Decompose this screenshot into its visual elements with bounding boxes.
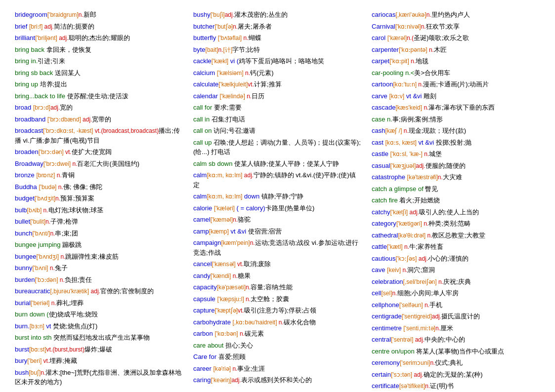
column-1: bridegroom['braidgrum]n.新郎brief [briːf] … [10,10,188,392]
list-item: carve [kɑːv] vt &vi 雕刻 [372,91,540,101]
list-item: Buddha ['budə] n.佛; 佛像; 佛陀 [15,182,183,192]
list-item: cast [kɑːs, kæst] vt &vi 投掷;投射;抛 [372,138,540,148]
list-item: calculate['kælkjuleit]vt.计算;推算 [193,79,362,89]
list-item: cell[sel]n.细胞;小房间;单人牢房 [372,288,540,298]
list-item: call for 要求;需要 [193,103,362,113]
list-item: candy['kændi] n.糖果 [193,271,362,281]
list-item: burst[bɑːst]vt.(burst,burst)爆炸;爆破 [15,345,183,354]
list-item: campaign[kæm'pein]n.运动;竞选活动;战役 vi.参加运动;进… [193,238,362,257]
main-content: bridegroom['braidgrum]n.新郎brief [briːf] … [10,10,545,392]
list-item: certain['sɔːtən] adj.确定的;无疑的;某(种) [372,370,540,380]
list-item: brief [briːf] adj.简洁的;扼要的 [15,22,183,32]
list-item: broaden['brɔːdən] vt.使扩大;使宽阔 [15,147,183,157]
list-item: calcium ['kælsiəm] n.钙(元素) [193,68,362,78]
list-item: bring in.引进;引来 [15,56,183,66]
column-2: bushy['buʃi]adj.灌木茂密的;丛生的butcher['butʃə]… [188,10,367,392]
list-item: casual['kæʒjuəl]adj.便服的;随便的 [372,161,540,171]
list-item: burn down (使)烧成平地;烧毁 [15,310,183,319]
column-3: cariocas[,kæri'əukə]n.里约热内卢人Carnival['kɑ… [367,10,545,392]
list-item: bungee jumping 蹦极跳 [15,240,183,250]
list-item: bridegroom['braidgrum]n.新郎 [15,10,183,20]
list-item: catch fire 着火;开始燃烧 [372,196,540,205]
list-item: ceremony['serimɔuni]n.仪式;典礼 [372,358,540,368]
list-item: calendar ['kælində] n.日历 [193,91,362,101]
list-item: camel['kæməl]n.骆驼 [193,215,362,225]
list-item: care about 担心;关心 [193,341,362,351]
list-item: castle ['kɑːsl, 'kæ-] n.城堡 [372,149,540,159]
list-item: caring['keəriŋ]adj.表示或感到关怀和关心的 [193,375,362,385]
list-item: cariocas[,kæri'əukə]n.里约热内卢人 [372,10,540,20]
list-item: Broadway['brɔːdwei] n.百老汇大街(美国纽约) [15,159,183,169]
list-item: capacity[kə'pæsəti]n.容量;容纳;性能 [193,282,362,292]
list-item: burst into sth 突然而猛烈地发出或产生出某事物 [15,333,183,343]
list-item: certificate[sə'tifikeit]n.证(明)书 [372,381,540,391]
list-item: bury['beri] vt.埋葬;掩藏 [15,356,183,366]
list-item: calm sb down 使某人镇静;使某人平静；使某人宁静 [193,159,362,169]
list-item: career [kə'riə] n.事业;生涯 [193,364,362,374]
list-item: cattle['kætl] n.牛;家养牲畜 [372,242,540,252]
list-item: bulb[bʌlb] n.电灯泡;球状物;球茎 [15,205,183,215]
list-item: call up 召唤;使人想起；调动(力量、人员等)；提出(议案等);(给...… [193,138,362,157]
list-item: call in 召集;打电话 [193,115,362,124]
list-item: cathedral[kə'θiːdrəl] n.教区总教堂;大教堂 [372,231,540,240]
list-item: bronze [brɒnz] n.青铜 [15,170,183,180]
list-item: bunny['bʌni] n.兔子 [15,263,183,273]
list-item: carpenter['kɑːpəntə] n.木匠 [372,45,540,55]
list-item: capsule ['kæpsjuːl] n.太空舱；胶囊 [193,294,362,304]
list-item: bring...back to life 使苏醒;使生动;使活泼 [15,91,183,101]
list-item: butterfly ['bʌtəflai] n.蝴蝶 [193,33,362,43]
list-item: broadcast['brɔːdkɑːst, -kæst] vt.(broadc… [15,126,183,145]
list-item: burial['beriəl] n.葬礼;埋葬 [15,298,183,308]
list-item: call on 访问;号召;邀请 [193,126,362,136]
list-item: celebration[,seli'breiʃən] n.庆祝;庆典 [372,277,540,287]
list-item: byte[bait]n.[计]字节;比特 [193,45,362,55]
list-item: burden['bɔːdən] n.负担;责任 [15,275,183,285]
list-item: camp[kæmp] vt &vi 使宿营;宿营 [193,227,362,236]
list-item: bring up 培养;提出 [15,79,183,89]
list-item: Care for 喜爱;照顾 [193,352,362,362]
list-item: calm[kɑːm, kɑːlm] down 镇静;平静;宁静 [193,192,362,201]
list-item: cellphone['selfəun] n.手机 [372,300,540,310]
list-item: central['sentrəl] adj.中央的;中心的 [372,335,540,345]
list-item: bushy['buʃi]adj.灌木茂密的;丛生的 [193,10,362,20]
list-item: cancel['kænsəl] vt.取消;废除 [193,259,362,269]
list-item: calorie ['kæləri] ( = calory)卡路里(热量单位) [193,203,362,213]
list-item: case n.事;病例;案例;情形 [372,115,540,124]
list-item: cascade[kæs'keid] n.瀑布;瀑布状下垂的东西 [372,103,540,113]
list-item: cave [keiv] n.洞穴;窟洞 [372,265,540,275]
list-item: centre on/upon 将某人(某事物)当作中心或重点 [372,347,540,356]
list-item: carpet['kɑːpit] n.地毯 [372,56,540,66]
list-item: carol ['kærəl]n.(圣诞)颂歌;欢乐之歌 [372,33,540,43]
list-item: cartoon[kɑː'tuːn] n.漫画;卡通画(片);动画片 [372,79,540,89]
list-item: bunch['bʌnt/]n.串;束;团 [15,229,183,238]
list-item: car-pooling n.<美>合伙用车 [372,68,540,78]
list-item: bureaucratic[,bjurəu'krætik] adj.官僚的;官僚制… [15,286,183,296]
list-item: centimetre ['senti,miːtə]n.厘米 [372,323,540,333]
list-item: burn.[bɜːn] vt 焚烧;烧焦点(灯) [15,321,183,331]
list-item: catch a glimpse of 瞥见 [372,184,540,194]
list-item: carbohydrate [,kɑːbəu'haidreit] n.碳水化合物 [193,317,362,327]
list-item: broadband ['brɔːdbænd] adj.宽带的 [15,115,183,124]
list-item: catchy['kætʃi] adj.吸引人的;使人上当的 [372,207,540,217]
list-item: cash[kæʃ /] n.现金;现款；现付(款) [372,126,540,136]
list-item: carbon ['kɑːbən] n.碳元素 [193,329,362,339]
list-item: broad [brɔːd]adj.宽的 [15,103,183,113]
list-item: bush[buʃ]n.灌木;[the~]荒野(尤指非洲、澳洲以及加拿森林地区未开… [15,368,183,387]
list-item: bring sb back 送回某人 [15,68,183,78]
list-item: capture['kæptʃə]vt.吸引(注意力等);俘获;占领 [193,306,362,315]
list-item: centigrade['sentigreid]adj.摄氏温度计的 [372,312,540,321]
list-item: bungee['bʌndʒi] n.跳蹦弹性束;橡皮筋 [15,252,183,262]
list-item: butcher['butʃə]n.屠夫;屠杀者 [193,22,362,32]
list-item: budget['bʌdʒit]n.预算;预算案 [15,194,183,203]
list-item: catastrophe [kə'tæstrəfi]n.大灾难 [372,172,540,182]
list-item: Carnival['kɑːnivəl]n.狂欢节;欢享 [372,22,540,32]
list-item: category['kætigəri] n.种类;类别;范畴 [372,219,540,229]
list-item: brilliant['briljənt] adj.聪明的;杰出的;耀眼的 [15,33,183,43]
list-item: cautious['kɔːʃəs] adj.小心的;谨慎的 [372,254,540,264]
list-item: calm[kɑːm, kɑːlm] adj.宁静的;镇静的 vt.&vi.(使)… [193,170,362,190]
list-item: cackle['kækl] vi (鸡等下蛋后)咯咯叫；咯咯地笑 [193,56,362,66]
list-item: bullet['bulit]n.子弹;枪弹 [15,217,183,227]
list-item: bring back 拿回来，使恢复 [15,45,183,55]
